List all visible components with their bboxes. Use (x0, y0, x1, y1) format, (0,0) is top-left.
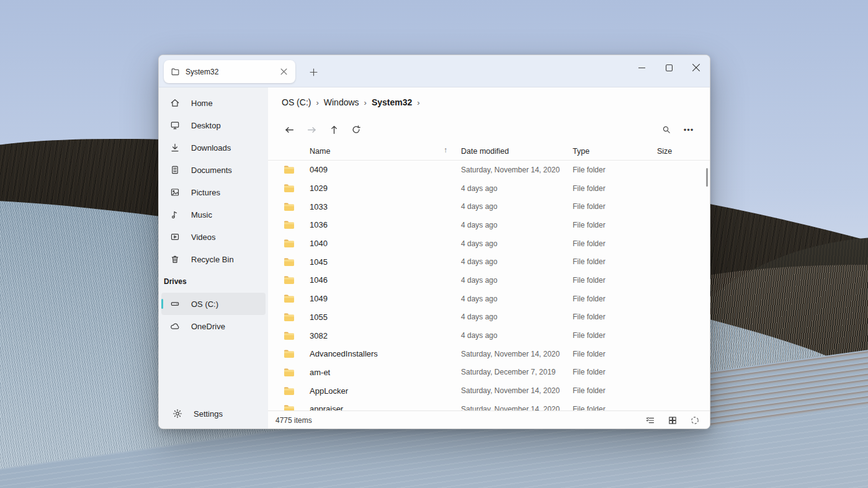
sidebar-item-home[interactable]: Home (161, 92, 266, 114)
folder-icon (284, 294, 310, 303)
downloads-icon (170, 143, 180, 153)
file-name: 1036 (310, 220, 461, 229)
file-type: File folder (573, 350, 657, 358)
file-row-AdvancedInstallers[interactable]: AdvancedInstallersSaturday, November 14,… (268, 345, 710, 363)
sidebar-item-label: Videos (191, 233, 216, 242)
file-type: File folder (573, 257, 657, 266)
tab-close-icon[interactable] (277, 65, 290, 79)
file-type: File folder (573, 221, 657, 229)
status-bar: 4775 items (268, 410, 710, 429)
file-name: appraiser (310, 404, 461, 410)
navigation-sidebar: HomeDesktopDownloadsDocumentsPicturesMus… (159, 87, 268, 429)
column-header-date-modified[interactable]: Date modified (461, 147, 573, 156)
search-icon[interactable] (656, 120, 676, 139)
grid-view-icon[interactable] (664, 413, 681, 428)
file-row-1033[interactable]: 10334 days agoFile folder (268, 197, 710, 216)
sort-ascending-icon[interactable]: ↑ (444, 146, 447, 154)
sidebar-drive-items: OS (C:)OneDrive (159, 293, 268, 337)
file-type: File folder (573, 166, 657, 174)
file-date-modified: Saturday, November 14, 2020 (461, 386, 573, 395)
sidebar-item-os-c[interactable]: OS (C:) (161, 293, 266, 315)
sidebar-item-desktop[interactable]: Desktop (161, 114, 266, 136)
details-view-icon[interactable] (642, 413, 659, 428)
file-name: AppLocker (310, 386, 461, 396)
file-date-modified: 4 days ago (461, 202, 573, 211)
file-name: 1055 (310, 313, 461, 322)
file-type: File folder (573, 368, 657, 376)
maximize-icon[interactable] (655, 55, 682, 80)
tab-system32[interactable]: System32 (164, 60, 295, 83)
file-type: File folder (573, 405, 657, 410)
more-options-icon[interactable]: ••• (679, 120, 699, 139)
file-row-1040[interactable]: 10404 days agoFile folder (268, 234, 710, 253)
sidebar-item-onedrive[interactable]: OneDrive (161, 315, 266, 337)
file-row-1029[interactable]: 10294 days agoFile folder (268, 179, 710, 198)
file-row-1045[interactable]: 10454 days agoFile folder (268, 252, 710, 271)
file-name: 3082 (310, 331, 461, 340)
file-date-modified: Saturday, November 14, 2020 (461, 350, 573, 358)
file-row-1055[interactable]: 10554 days agoFile folder (268, 308, 710, 327)
videos-icon (170, 232, 180, 242)
up-arrow-icon[interactable] (324, 120, 344, 139)
desktop-icon (170, 120, 180, 130)
file-explorer-window: System32 HomeDesktopDownloadsDocumentsPi… (158, 55, 710, 429)
column-header-size[interactable]: Size (657, 147, 710, 156)
close-window-icon[interactable] (682, 55, 710, 80)
breadcrumb-system32[interactable]: System32 (372, 97, 412, 107)
documents-icon (170, 165, 180, 175)
column-header-type[interactable]: Type (573, 147, 657, 156)
sidebar-item-music[interactable]: Music (161, 203, 266, 226)
file-type: File folder (573, 239, 657, 248)
breadcrumb-separator: › (417, 98, 419, 107)
sidebar-item-label: Desktop (191, 121, 221, 130)
file-name: 1045 (310, 257, 461, 267)
sidebar-item-pictures[interactable]: Pictures (161, 181, 266, 203)
folder-icon (284, 165, 310, 174)
sidebar-item-label: Music (191, 210, 212, 220)
back-arrow-icon[interactable] (279, 120, 299, 139)
folder-icon (284, 368, 310, 377)
file-row-AppLocker[interactable]: AppLockerSaturday, November 14, 2020File… (268, 381, 710, 400)
file-type: File folder (573, 276, 657, 285)
file-type: File folder (573, 295, 657, 303)
folder-icon (284, 220, 310, 229)
file-row-0409[interactable]: 0409Saturday, November 14, 2020File fold… (268, 161, 710, 179)
new-tab-button[interactable] (306, 64, 321, 79)
file-type: File folder (573, 313, 657, 321)
file-type: File folder (573, 331, 657, 340)
file-row-am-et[interactable]: am-etSaturday, December 7, 2019File fold… (268, 363, 710, 382)
refresh-icon[interactable] (346, 120, 366, 139)
minimize-icon[interactable] (628, 55, 655, 80)
breadcrumb-os-c[interactable]: OS (C:) (282, 97, 311, 107)
file-row-1036[interactable]: 10364 days agoFile folder (268, 216, 710, 234)
sidebar-item-label: Settings (194, 409, 223, 419)
forward-arrow-icon[interactable] (302, 120, 321, 139)
tab-bar[interactable]: System32 (159, 55, 710, 87)
file-row-1049[interactable]: 10494 days agoFile folder (268, 290, 710, 308)
cloud-icon (170, 321, 180, 331)
pictures-icon (170, 187, 180, 197)
column-header-name[interactable]: Name (310, 147, 461, 156)
file-row-1046[interactable]: 10464 days agoFile folder (268, 271, 710, 290)
breadcrumb-separator: › (316, 98, 318, 107)
gear-icon (172, 409, 182, 419)
file-row-appraiser[interactable]: appraiserSaturday, November 14, 2020File… (268, 400, 710, 410)
tab-title: System32 (186, 68, 277, 76)
sidebar-item-downloads[interactable]: Downloads (161, 136, 266, 159)
breadcrumb: OS (C:) › Windows › System32 › (268, 87, 710, 117)
sidebar-item-videos[interactable]: Videos (161, 226, 266, 248)
folder-icon (284, 257, 310, 267)
breadcrumb-windows[interactable]: Windows (324, 97, 359, 107)
sidebar-item-label: Documents (191, 166, 232, 175)
scrollbar-thumb[interactable] (706, 168, 708, 187)
sidebar-item-documents[interactable]: Documents (161, 159, 266, 181)
selected-accent-bar (161, 299, 163, 309)
sidebar-item-settings[interactable]: Settings (164, 402, 263, 425)
file-date-modified: 4 days ago (461, 331, 573, 340)
file-list-pane: OS (C:) › Windows › System32 › (268, 87, 710, 429)
folder-icon (284, 275, 310, 285)
file-type: File folder (573, 202, 657, 211)
sidebar-item-recycle-bin[interactable]: Recycle Bin (161, 248, 266, 270)
file-row-3082[interactable]: 30824 days agoFile folder (268, 326, 710, 345)
window-controls (628, 55, 710, 87)
